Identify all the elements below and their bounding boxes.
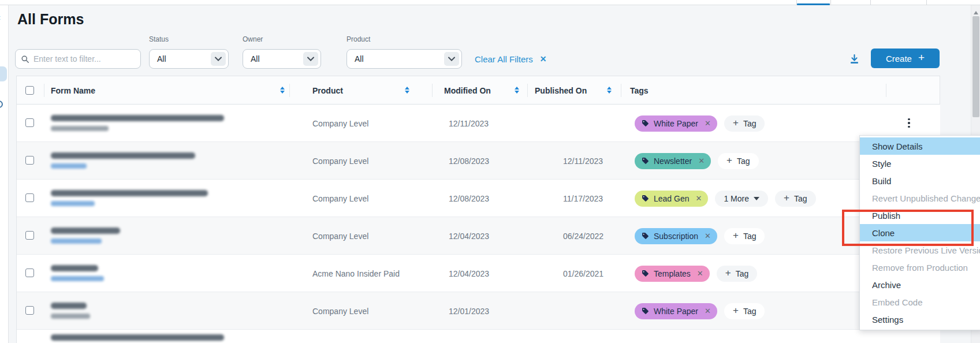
tab-divider xyxy=(926,0,927,5)
column-header-form-name: Form Name xyxy=(51,76,95,105)
owner-dropdown-value: All xyxy=(251,54,260,64)
sort-icon[interactable] xyxy=(515,87,519,94)
remove-tag-icon[interactable]: ✕ xyxy=(696,194,702,203)
menu-item-clone[interactable]: Clone xyxy=(860,224,980,241)
page-title: All Forms xyxy=(17,11,84,28)
table-row: Company Level 12/04/2023 06/24/2022 Subs… xyxy=(17,217,940,255)
sidebar-active-item[interactable] xyxy=(0,66,7,81)
more-tags-button[interactable]: 1 More xyxy=(715,191,768,207)
add-tag-button[interactable]: + Tag xyxy=(724,303,765,319)
product-cell: Company Level xyxy=(312,232,368,241)
select-all-checkbox[interactable] xyxy=(25,86,34,95)
menu-item-style[interactable]: Style xyxy=(860,155,980,172)
row-actions-kebab-icon[interactable] xyxy=(906,115,912,131)
tags-cell: White Paper ✕ + Tag xyxy=(635,292,765,330)
menu-item-settings[interactable]: Settings xyxy=(860,311,980,328)
remove-tag-icon[interactable]: ✕ xyxy=(705,119,711,128)
tag-pill[interactable]: White Paper ✕ xyxy=(635,303,717,319)
browser-tab-strip xyxy=(0,0,980,5)
form-link-redacted[interactable] xyxy=(51,276,104,281)
plus-icon: + xyxy=(733,117,739,129)
tag-pill[interactable]: Lead Gen ✕ xyxy=(635,191,708,207)
collapsed-sidebar: ‹ xyxy=(0,5,9,343)
product-cell: Company Level xyxy=(312,194,368,203)
form-name-redacted xyxy=(51,265,98,271)
collapse-chevron-icon[interactable]: ‹ xyxy=(0,12,1,22)
remove-tag-icon[interactable]: ✕ xyxy=(705,232,711,240)
scrollbar-thumb[interactable] xyxy=(972,16,979,117)
add-tag-button[interactable]: + Tag xyxy=(724,228,765,244)
table-header: Form Name Product Modified On Published … xyxy=(17,76,940,105)
menu-item-archive[interactable]: Archive xyxy=(860,276,980,293)
modified-on-cell: 12/01/2023 xyxy=(449,307,489,316)
tag-icon xyxy=(642,307,649,315)
tag-pill[interactable]: Subscription ✕ xyxy=(635,228,717,244)
form-link-redacted[interactable] xyxy=(51,238,102,244)
form-link-redacted[interactable] xyxy=(51,163,87,169)
sort-icon[interactable] xyxy=(607,87,612,94)
row-checkbox[interactable] xyxy=(25,306,34,315)
search-icon xyxy=(21,55,29,63)
chevron-down-icon[interactable] xyxy=(444,52,459,66)
tag-pill[interactable]: Newsletter ✕ xyxy=(635,153,711,169)
add-tag-button[interactable]: + Tag xyxy=(724,115,765,132)
owner-dropdown[interactable]: All xyxy=(243,49,321,69)
add-tag-button[interactable]: + Tag xyxy=(718,153,759,169)
sidebar-badge xyxy=(0,100,3,108)
status-dropdown[interactable]: All xyxy=(149,49,229,69)
form-name-redacted xyxy=(51,228,120,234)
tag-pill[interactable]: Templates ✕ xyxy=(635,266,710,282)
remove-tag-icon[interactable]: ✕ xyxy=(705,307,711,315)
row-checkbox[interactable] xyxy=(25,118,34,127)
row-checkbox[interactable] xyxy=(25,269,34,277)
table-row: Company Level 12/11/2023 White Paper ✕ +… xyxy=(17,105,940,142)
clear-all-filters-link[interactable]: Clear All Filters ✕ xyxy=(475,49,547,69)
product-dropdown[interactable]: All xyxy=(346,49,462,69)
menu-item-build[interactable]: Build xyxy=(860,172,980,189)
create-button[interactable]: Create + xyxy=(871,49,940,68)
caret-down-icon xyxy=(754,197,759,200)
remove-tag-icon[interactable]: ✕ xyxy=(698,156,705,165)
sort-icon[interactable] xyxy=(405,87,409,94)
form-name-redacted xyxy=(51,303,87,309)
tag-label: White Paper xyxy=(654,307,698,316)
row-checkbox[interactable] xyxy=(25,156,34,165)
clear-filters-x-icon[interactable]: ✕ xyxy=(540,54,547,64)
menu-item-restore-previous-live-version: Restore Previous Live Version xyxy=(860,241,980,259)
scroll-up-arrow-icon[interactable] xyxy=(974,11,978,14)
modified-on-cell: 12/08/2023 xyxy=(449,156,489,166)
sort-icon[interactable] xyxy=(280,87,285,94)
tag-icon xyxy=(642,120,649,127)
form-link-redacted[interactable] xyxy=(51,201,95,206)
plus-icon: + xyxy=(725,267,731,279)
tags-cell: Newsletter ✕ + Tag xyxy=(635,142,759,180)
active-tab-underline xyxy=(797,3,830,5)
published-on-cell: 01/26/2021 xyxy=(563,269,603,278)
search-input[interactable]: Enter text to filter... xyxy=(15,49,141,69)
menu-item-remove-from-production: Remove from Production xyxy=(860,259,980,276)
tag-pill[interactable]: White Paper ✕ xyxy=(635,115,717,132)
remove-tag-icon[interactable]: ✕ xyxy=(697,269,703,278)
table-row: Acme Nano Insider Paid 12/04/2023 01/26/… xyxy=(17,255,940,292)
column-header-tags: Tags xyxy=(630,76,649,105)
table-row: Company Level 12/08/2023 12/11/2023 News… xyxy=(17,142,940,180)
row-checkbox[interactable] xyxy=(25,193,34,202)
product-cell: Company Level xyxy=(312,156,368,166)
row-checkbox[interactable] xyxy=(25,231,34,240)
modified-on-cell: 12/04/2023 xyxy=(449,232,489,241)
table-row: Company Level 12/08/2023 11/17/2023 Lead… xyxy=(17,180,940,217)
tags-cell: Subscription ✕ + Tag xyxy=(635,217,765,255)
add-tag-button[interactable]: + Tag xyxy=(775,191,816,207)
tag-icon xyxy=(642,157,649,165)
chevron-down-icon[interactable] xyxy=(211,52,226,66)
product-filter-label: Product xyxy=(346,35,370,43)
chevron-down-icon[interactable] xyxy=(303,52,318,66)
tag-label: Newsletter xyxy=(654,156,692,166)
product-cell: Acme Nano Insider Paid xyxy=(312,269,400,278)
download-button[interactable] xyxy=(847,52,862,66)
add-tag-button[interactable]: + Tag xyxy=(717,266,758,282)
menu-item-show-details[interactable]: Show Details xyxy=(860,137,980,155)
create-button-label: Create xyxy=(886,54,912,64)
menu-item-publish[interactable]: Publish xyxy=(860,207,980,224)
menu-item-revert-unpublished-changes: Revert Unpublished Changes xyxy=(860,189,980,207)
